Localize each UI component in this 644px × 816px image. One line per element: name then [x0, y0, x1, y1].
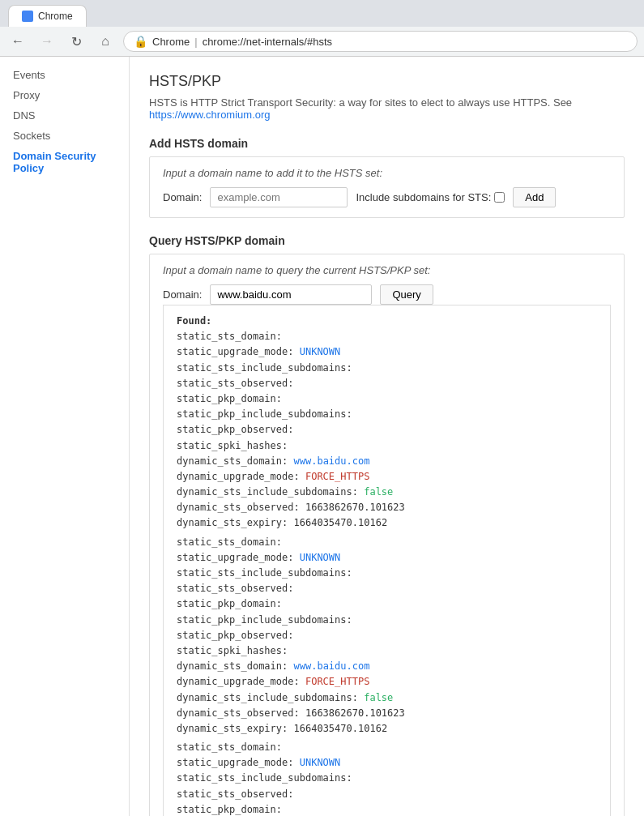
- result-key: static_pkp_include_subdomains:: [177, 408, 352, 420]
- sidebar-item-domain-security[interactable]: Domain Security Policy: [0, 146, 129, 178]
- result-line: dynamic_sts_expiry: 1664035470.10162: [177, 721, 597, 737]
- result-key: static_pkp_observed:: [177, 424, 294, 435]
- result-line: static_upgrade_mode: UNKNOWN: [177, 755, 597, 771]
- result-line: dynamic_sts_observed: 1663862670.101623: [177, 500, 597, 515]
- result-value: UNKNOWN: [294, 346, 341, 357]
- result-key: static_spki_hashes:: [177, 645, 288, 656]
- home-button[interactable]: ⌂: [94, 30, 117, 53]
- back-button[interactable]: ←: [6, 30, 29, 53]
- add-domain-input[interactable]: [210, 187, 348, 207]
- tab-label: Chrome: [38, 11, 73, 22]
- result-line: dynamic_sts_observed: 1663862670.101623: [177, 706, 597, 721]
- result-line: static_sts_domain:: [177, 740, 597, 755]
- result-line: static_pkp_observed:: [177, 628, 597, 643]
- sidebar-item-proxy[interactable]: Proxy: [0, 85, 129, 105]
- main-content: HSTS/PKP HSTS is HTTP Strict Transport S…: [130, 57, 644, 816]
- result-value: www.baidu.com: [288, 455, 369, 467]
- result-line: static_pkp_domain:: [177, 596, 597, 612]
- address-icon: 🔒: [134, 35, 147, 48]
- result-key: static_pkp_observed:: [177, 630, 294, 641]
- result-value: www.baidu.com: [288, 660, 369, 672]
- result-key: static_sts_observed:: [177, 583, 294, 594]
- result-value: 1663862670.101623: [300, 502, 405, 513]
- result-line: dynamic_sts_expiry: 1664035470.10162: [177, 515, 597, 531]
- result-key: static_sts_domain:: [177, 331, 282, 342]
- result-key: static_sts_observed:: [177, 788, 294, 800]
- result-key: dynamic_sts_domain:: [177, 660, 288, 672]
- add-form-row: Domain: Include subdomains for STS: Add: [163, 187, 611, 207]
- result-value: FORCE_HTTPS: [300, 676, 370, 687]
- query-section-title: Query HSTS/PKP domain: [149, 234, 625, 247]
- result-value: UNKNOWN: [294, 552, 341, 563]
- result-line: static_spki_hashes:: [177, 438, 597, 454]
- add-section: Add HSTS domain Input a domain name to a…: [149, 137, 625, 218]
- result-value: UNKNOWN: [294, 757, 341, 768]
- result-key: dynamic_sts_observed:: [177, 502, 300, 513]
- sidebar: Events Proxy DNS Sockets Domain Security…: [0, 57, 130, 816]
- result-line: static_upgrade_mode: UNKNOWN: [177, 550, 597, 566]
- include-subdomains-label: Include subdomains for STS:: [356, 191, 505, 203]
- result-key: static_pkp_domain:: [177, 393, 282, 404]
- query-section-box: Input a domain name to query the current…: [149, 254, 625, 816]
- result-line: dynamic_upgrade_mode: FORCE_HTTPS: [177, 674, 597, 690]
- result-line: static_upgrade_mode: UNKNOWN: [177, 344, 597, 360]
- description-text: HSTS is HTTP Strict Transport Security: …: [149, 96, 572, 109]
- query-form-row: Domain: Query: [163, 284, 611, 305]
- result-key: static_pkp_domain:: [177, 598, 282, 609]
- result-key: static_upgrade_mode:: [177, 346, 294, 357]
- result-key: dynamic_sts_domain:: [177, 455, 288, 467]
- result-line: dynamic_upgrade_mode: FORCE_HTTPS: [177, 469, 597, 485]
- tab-favicon: [22, 11, 33, 22]
- result-line: static_sts_domain:: [177, 535, 597, 550]
- sidebar-item-sockets[interactable]: Sockets: [0, 126, 129, 146]
- query-button[interactable]: Query: [380, 284, 433, 305]
- result-line: static_sts_observed:: [177, 787, 597, 802]
- result-key: static_upgrade_mode:: [177, 552, 294, 563]
- result-key: static_sts_domain:: [177, 536, 282, 548]
- result-key: dynamic_sts_expiry:: [177, 517, 288, 528]
- result-line: dynamic_sts_include_subdomains: false: [177, 485, 597, 500]
- forward-button[interactable]: →: [36, 30, 58, 53]
- query-section: Query HSTS/PKP domain Input a domain nam…: [149, 234, 625, 816]
- result-value: 1664035470.10162: [288, 517, 387, 528]
- found-label: Found:: [177, 314, 597, 329]
- include-subdomains-text: Include subdomains for STS:: [356, 191, 491, 203]
- refresh-button[interactable]: ↻: [65, 30, 87, 53]
- result-line: static_pkp_domain:: [177, 391, 597, 407]
- query-domain-label: Domain:: [163, 288, 202, 301]
- result-key: dynamic_upgrade_mode:: [177, 676, 300, 687]
- result-line: static_pkp_include_subdomains:: [177, 407, 597, 422]
- query-instruction: Input a domain name to query the current…: [163, 264, 611, 276]
- sidebar-item-events[interactable]: Events: [0, 65, 129, 85]
- result-key: static_sts_domain:: [177, 741, 282, 753]
- address-chrome-text: Chrome: [152, 36, 190, 48]
- result-key: static_spki_hashes:: [177, 440, 288, 451]
- address-bar[interactable]: 🔒 Chrome | chrome://net-internals/#hsts: [123, 31, 638, 52]
- result-line: static_sts_domain:: [177, 329, 597, 344]
- result-line: static_spki_hashes:: [177, 643, 597, 659]
- result-value: FORCE_HTTPS: [300, 471, 370, 482]
- result-value: false: [358, 692, 393, 703]
- add-button[interactable]: Add: [513, 187, 556, 207]
- browser-chrome: Chrome ← → ↻ ⌂ 🔒 Chrome | chrome://net-i…: [0, 0, 644, 57]
- result-key: dynamic_sts_include_subdomains:: [177, 692, 358, 703]
- sidebar-item-dns[interactable]: DNS: [0, 105, 129, 126]
- nav-bar: ← → ↻ ⌂ 🔒 Chrome | chrome://net-internal…: [0, 27, 644, 56]
- result-value: 1664035470.10162: [288, 723, 387, 734]
- page-title: HSTS/PKP: [149, 73, 625, 90]
- result-key: dynamic_sts_observed:: [177, 707, 300, 719]
- include-subdomains-checkbox[interactable]: [494, 192, 505, 203]
- result-key: static_pkp_include_subdomains:: [177, 614, 352, 626]
- result-line: static_pkp_domain:: [177, 802, 597, 816]
- query-domain-input[interactable]: [210, 284, 372, 305]
- result-key: dynamic_upgrade_mode:: [177, 471, 300, 482]
- description: HSTS is HTTP Strict Transport Security: …: [149, 96, 625, 121]
- active-tab[interactable]: Chrome: [8, 5, 87, 27]
- result-key: static_sts_include_subdomains:: [177, 772, 352, 784]
- result-key: static_sts_observed:: [177, 378, 294, 389]
- result-key: static_sts_include_subdomains:: [177, 567, 352, 579]
- result-line: static_sts_observed:: [177, 581, 597, 596]
- description-link[interactable]: https://www.chromium.org: [149, 109, 271, 121]
- address-url: chrome://net-internals/#hsts: [203, 36, 627, 48]
- address-separator: |: [194, 36, 197, 48]
